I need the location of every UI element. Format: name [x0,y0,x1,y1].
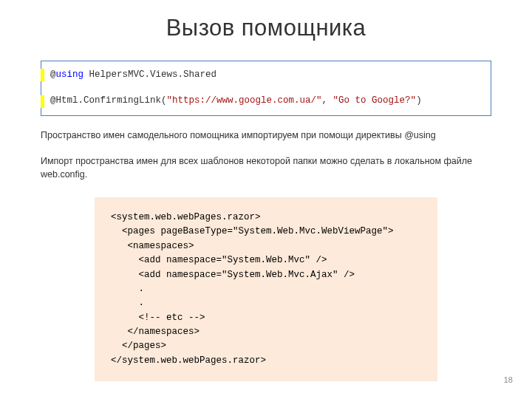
highlight-bar [41,69,44,81]
code-line: . [111,282,421,296]
code-line: @Html.ConfirmingLink("https://www.google… [50,95,482,108]
code-line: </namespaces> [111,325,421,339]
code-line: <add namespace="System.Web.Mvc.Ajax" /> [111,268,421,282]
code-line: </system.web.webPages.razor> [111,354,421,368]
code-line: <pages pageBaseType="System.Web.Mvc.WebV… [111,225,421,239]
code-line: <add namespace="System.Web.Mvc" /> [111,253,421,267]
paragraph-2: Импорт пространства имен для всех шаблон… [41,155,491,181]
code-line [50,82,482,95]
slide-title: Вызов помощника [41,15,491,41]
page-number: 18 [504,375,513,384]
paragraph-1: Пространство имен самодельного помощника… [41,129,491,143]
code-line: </pages> [111,339,421,353]
code-line: <!-- etc --> [111,311,421,325]
code-line: <system.web.webPages.razor> [111,211,421,225]
code-line: . [111,296,421,310]
code-line: @using HelpersMVC.Views.Shared [50,69,482,82]
xml-config-block: <system.web.webPages.razor> <pages pageB… [95,197,437,381]
highlight-bar [41,95,44,108]
razor-code-block: @using HelpersMVC.Views.Shared @Html.Con… [41,61,491,116]
code-line: <namespaces> [111,239,421,253]
